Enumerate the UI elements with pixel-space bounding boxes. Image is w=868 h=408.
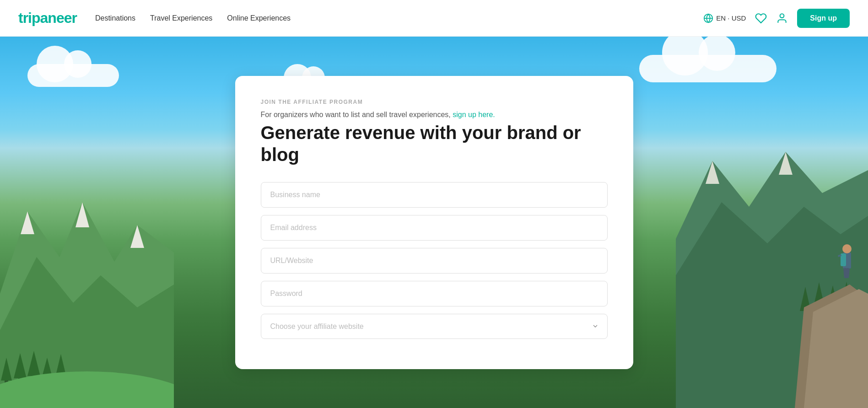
logo[interactable]: tripaneer — [18, 10, 77, 27]
signup-button[interactable]: Sign up — [797, 9, 850, 28]
nav-travel-experiences[interactable]: Travel Experiences — [150, 14, 212, 22]
business-name-group — [261, 182, 608, 208]
language-selector[interactable]: EN · USD — [703, 13, 746, 23]
svg-point-35 — [842, 244, 852, 253]
business-name-input[interactable] — [261, 182, 608, 208]
wishlist-icon[interactable] — [755, 12, 767, 24]
form-card: JOIN THE AFFILIATE PROGRAM For organizer… — [235, 76, 633, 369]
lang-label: EN · USD — [716, 14, 746, 22]
svg-point-2 — [780, 14, 784, 18]
password-group — [261, 281, 608, 306]
subtitle-text: For organizers who want to list and sell… — [261, 111, 608, 119]
globe-icon — [703, 13, 713, 23]
hero-section: JOIN THE AFFILIATE PROGRAM For organizer… — [0, 37, 868, 408]
navbar: tripaneer Destinations Travel Experience… — [0, 0, 868, 37]
user-icon[interactable] — [776, 12, 788, 24]
navbar-right: EN · USD Sign up — [703, 9, 850, 28]
nav-links: Destinations Travel Experiences Online E… — [95, 14, 291, 22]
email-input[interactable] — [261, 215, 608, 241]
right-landscape — [676, 79, 868, 408]
cloud-2 — [639, 55, 776, 82]
main-heading: Generate revenue with your brand or blog — [261, 122, 608, 166]
subtitle-prefix: For organizers who want to list and sell… — [261, 111, 453, 118]
left-landscape — [0, 111, 174, 408]
signup-here-link[interactable]: sign up here. — [453, 111, 495, 118]
affiliate-website-select[interactable]: Choose your affiliate website — [261, 314, 608, 339]
email-group — [261, 215, 608, 241]
affiliate-label: JOIN THE AFFILIATE PROGRAM — [261, 99, 608, 105]
nav-destinations[interactable]: Destinations — [95, 14, 135, 22]
affiliate-website-group: Choose your affiliate website — [261, 314, 608, 339]
nav-online-experiences[interactable]: Online Experiences — [227, 14, 291, 22]
navbar-left: tripaneer Destinations Travel Experience… — [18, 10, 291, 27]
password-input[interactable] — [261, 281, 608, 306]
url-group — [261, 248, 608, 274]
url-input[interactable] — [261, 248, 608, 274]
cloud-1 — [27, 64, 119, 87]
